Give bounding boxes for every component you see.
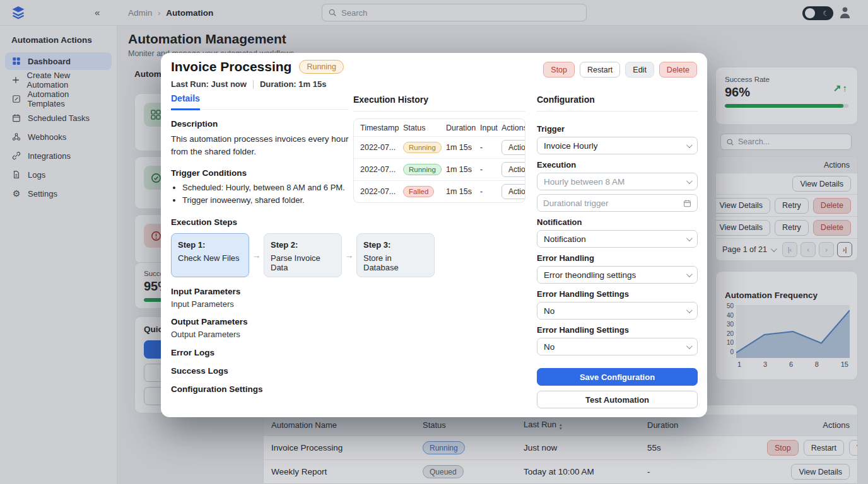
notification-select[interactable]: Notification (537, 230, 698, 248)
timestamp: 2022-07... (360, 187, 403, 196)
duration: 1m 15s (446, 165, 480, 174)
notification-label: Notification (537, 217, 698, 227)
stop-button[interactable]: Stop (543, 62, 575, 78)
edit-button[interactable]: Edit (625, 62, 654, 78)
execution-history-table: Timestamp Status Duration Input Actions … (353, 118, 525, 203)
trigger-select[interactable]: Invoice Hourly (537, 137, 698, 154)
duration: 1m 15s (446, 187, 480, 196)
step-card-2[interactable]: Step 2: Parse Invoice Data (264, 233, 342, 277)
error-handling-settings-label: Error Handling Settings (537, 325, 698, 335)
status-badge: Falled (403, 186, 434, 197)
configuration-title: Configuration (537, 95, 698, 105)
error-handling-settings-select-2[interactable]: No (537, 338, 698, 355)
invoice-processing-modal: Invoice Processing Running Last Run: Jus… (161, 53, 707, 417)
restart-button[interactable]: Restart (580, 62, 620, 78)
durational-trigger-field[interactable] (537, 194, 698, 212)
automation-management-screen: « Admin › Automation ☾ Automation Action… (0, 0, 868, 484)
duration: 1m 15s (446, 143, 480, 152)
step-card-3[interactable]: Step 3: Store in Database (356, 233, 435, 277)
execution-history-title: Execution History (353, 95, 525, 105)
success-logs-title[interactable]: Success Logs (171, 366, 446, 376)
history-header-row: Timestamp Status Duration Input Actions (354, 119, 525, 136)
row-actions-dropdown[interactable]: Actions (501, 140, 525, 155)
tab-bar: Details (171, 93, 349, 110)
input-parameters-text: Input Parameters (171, 299, 446, 309)
test-automation-button[interactable]: Test Automation (537, 391, 698, 408)
status-badge: Running (403, 164, 442, 175)
error-handling-settings-select[interactable]: No (537, 302, 698, 320)
step-card-1[interactable]: Step 1: Check New Files (171, 233, 249, 277)
chevron-down-icon (686, 235, 693, 241)
chevron-down-icon (686, 307, 693, 313)
history-row: 2022-07... Falled 1m 15s - Actions (354, 180, 525, 202)
execution-history-panel: Execution History Timestamp Status Durat… (353, 91, 525, 203)
arrow-right-icon: → (249, 250, 264, 260)
trigger-conditions-list: Scheduled: Hourly, between 8 AM and 6 PM… (182, 182, 361, 207)
chevron-down-icon (686, 271, 693, 277)
error-logs-title[interactable]: Error Logs (171, 348, 446, 357)
error-handling-settings-label: Error Handling Settings (537, 289, 698, 299)
trigger-condition-item: Scheduled: Hourly, between 8 AM and 6 PM… (182, 182, 361, 194)
status-badge: Running (403, 142, 442, 153)
calendar-icon (683, 199, 691, 207)
divider (537, 111, 698, 112)
execution-steps-title: Execution Steps (171, 217, 446, 227)
running-status-badge: Running (299, 60, 344, 74)
input-value: - (480, 187, 501, 196)
trigger-condition-item: Trigger inoweenwy, shared folder. (182, 194, 361, 207)
timestamp: 2022-07... (360, 165, 403, 174)
configuration-settings-title[interactable]: Configuration Settings (171, 384, 446, 394)
chevron-down-icon (686, 343, 693, 349)
trigger-label: Trigger (537, 124, 698, 134)
chevron-down-icon (686, 142, 693, 148)
output-parameters-title: Output Parameters (171, 317, 446, 326)
modal-meta: Last Run: Just now Duration: 1m 15s (171, 79, 326, 89)
chevron-down-icon (686, 178, 693, 184)
output-parameters-text: Output Parameters (171, 330, 446, 339)
execution-steps: Step 1: Check New Files → Step 2: Parse … (171, 233, 446, 277)
arrow-right-icon: → (342, 250, 356, 260)
tab-details[interactable]: Details (171, 93, 200, 110)
modal-title: Invoice Processing (171, 59, 291, 74)
divider (253, 80, 254, 89)
error-handling-label: Error Handling (537, 253, 698, 263)
execution-label: Execution (537, 160, 698, 170)
divider (353, 111, 525, 112)
execution-select[interactable]: Hourly between 8 AM (537, 173, 698, 190)
input-parameters-title: Input Parameters (171, 287, 446, 296)
delete-button[interactable]: Delete (659, 62, 697, 78)
error-handling-select[interactable]: Error theondling settings (537, 266, 698, 284)
history-row: 2022-07... Running 1m 15s - Actions (354, 136, 525, 158)
save-configuration-button[interactable]: Save Configuration (537, 368, 698, 386)
row-actions-dropdown[interactable]: Actions (501, 162, 525, 177)
row-actions-dropdown[interactable]: Actions (501, 184, 525, 199)
description-text: This automation processes invoices every… (171, 133, 350, 159)
duration-text: Duration: 1m 15s (260, 79, 326, 89)
history-row: 2022-07... Running 1m 15s - Actions (354, 158, 525, 180)
durational-trigger-input[interactable] (543, 199, 683, 208)
last-run-text: Last Run: Just now (171, 79, 247, 89)
input-value: - (480, 165, 501, 174)
timestamp: 2022-07... (360, 143, 403, 152)
input-value: - (480, 143, 501, 152)
configuration-panel: Configuration Trigger Invoice Hourly Exe… (525, 91, 698, 408)
